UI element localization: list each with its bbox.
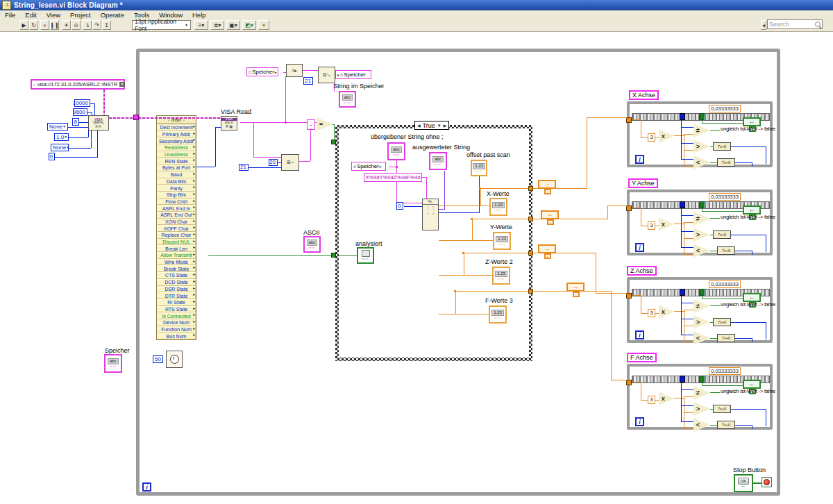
cleanup-diagram-icon[interactable]: ✦: [258, 20, 269, 30]
highlight-execution-icon[interactable]: ☀: [62, 20, 71, 30]
numeric-indicator-z-werte[interactable]: 1.23▭▭: [492, 267, 510, 285]
property-node-row[interactable]: Unaddress: [157, 151, 196, 158]
property-node-row[interactable]: Device Num: [157, 319, 196, 326]
gain-constant[interactable]: 3: [648, 133, 655, 142]
gain-constant[interactable]: 3: [648, 221, 655, 230]
property-node-row[interactable]: Function Num: [157, 326, 196, 333]
property-node-row[interactable]: Parity: [157, 185, 196, 192]
multiply-node[interactable]: x: [659, 305, 674, 319]
baud-constant[interactable]: 9600: [73, 108, 87, 116]
iteration-terminal[interactable]: i: [635, 243, 644, 252]
property-node-row[interactable]: Secondary Addr: [157, 137, 196, 144]
font-selector[interactable]: 13pt Application Font ▼: [132, 20, 191, 30]
property-node-row[interactable]: Stop Bits: [157, 192, 196, 199]
global-variable-speicher-case[interactable]: ⌂ Speicher ▸: [351, 162, 386, 171]
abort-button-icon[interactable]: ●: [40, 20, 49, 30]
axis-loop-y[interactable]: 0,03333333←▪3x≠><7x+07x+0ungleich Ist-We…: [627, 190, 773, 255]
interval-constant[interactable]: 0,03333333: [709, 280, 741, 288]
feedback-node-z[interactable]: →: [538, 244, 556, 253]
reorder-objects-icon[interactable]: ◩▾: [242, 20, 256, 30]
axis-label-f[interactable]: F Achse: [627, 353, 657, 362]
property-node-row[interactable]: Dest Increment: [157, 124, 196, 131]
string-indicator-string-im-speicher[interactable]: abc ▭▭: [339, 91, 356, 108]
not-equal-node[interactable]: ≠: [693, 299, 710, 313]
search-spin-icon[interactable]: ◂: [761, 20, 766, 30]
axis-label-y[interactable]: Y Achse: [628, 178, 658, 188]
property-node-row[interactable]: Primary Addr: [157, 131, 196, 138]
iteration-terminal[interactable]: i: [635, 417, 644, 426]
chevron-down-icon[interactable]: ▼: [119, 82, 126, 87]
parity-ring[interactable]: None▼: [51, 144, 69, 151]
empty-string-constant[interactable]: ⌐: [307, 119, 315, 130]
property-node-row[interactable]: RI State: [157, 299, 196, 306]
property-node[interactable]: ∘ Instr ∘ Dest IncrementPrimary AddrSeco…: [156, 115, 196, 340]
not-equal-node[interactable]: ≠: [693, 124, 710, 137]
search-input[interactable]: Search: [767, 19, 823, 29]
property-node-row[interactable]: RTS State: [157, 306, 196, 313]
property-node-row[interactable]: Is Connected: [157, 312, 196, 319]
property-node-row[interactable]: Bytes at Port: [157, 165, 196, 171]
step-into-icon[interactable]: ↴: [83, 20, 92, 30]
pause-button-icon[interactable]: ❙❙: [50, 20, 59, 30]
greater-node[interactable]: >: [693, 228, 710, 242]
flow-control-ring[interactable]: None▼: [47, 123, 68, 131]
property-node-row[interactable]: Bus Num: [157, 333, 196, 339]
iteration-terminal[interactable]: i: [635, 155, 644, 164]
concatenate-strings-node[interactable]: ≡▸: [286, 64, 303, 77]
gain-constant[interactable]: 3: [648, 309, 655, 317]
axis-label-x[interactable]: X Achse: [629, 90, 659, 100]
property-node-row[interactable]: REN State: [157, 158, 196, 165]
greater-node[interactable]: >: [693, 140, 710, 153]
property-node-row[interactable]: CTS State: [157, 272, 196, 279]
property-node-row[interactable]: Flow Cntrl: [157, 199, 196, 205]
case-selector[interactable]: ◀ True ▼ ▶: [414, 121, 449, 130]
data-bits-constant[interactable]: 8: [72, 118, 79, 126]
greater-node[interactable]: >: [693, 402, 710, 416]
fx-subvi-node[interactable]: 7x+0: [717, 421, 735, 429]
case-next-arrow-icon[interactable]: ▶: [444, 123, 447, 128]
not-equal-node[interactable]: ≠: [693, 386, 710, 400]
numeric-indicator-x-werte[interactable]: 1.23▭▭: [489, 198, 507, 216]
fx-subvi-node[interactable]: 7x+0: [713, 405, 731, 413]
property-node-row[interactable]: Break State: [157, 265, 196, 272]
property-node-row[interactable]: XOFF Char: [157, 225, 196, 232]
menu-operate[interactable]: Operate: [96, 11, 129, 19]
interval-constant[interactable]: 0,03333333: [709, 367, 741, 375]
property-node-row[interactable]: Allow Transmit: [157, 252, 196, 259]
string-global-speicher-definition[interactable]: abc▭▭: [104, 354, 122, 373]
feedback-node-y[interactable]: →: [541, 210, 559, 219]
property-node-row[interactable]: ASRL End Out: [157, 212, 196, 219]
fx-subvi-node[interactable]: 7x+0: [713, 142, 731, 151]
loop-condition-terminal[interactable]: [762, 477, 772, 487]
wait-ms-constant[interactable]: 50: [153, 355, 163, 363]
stop-bits-ring[interactable]: 1.0▼: [54, 133, 69, 141]
property-node-row[interactable]: Break Len: [157, 245, 196, 252]
resize-objects-icon[interactable]: ▣▾: [226, 20, 240, 30]
fx-subvi-node[interactable]: 7x+0: [717, 158, 735, 167]
zero-constant[interactable]: 0: [49, 153, 55, 160]
property-node-row[interactable]: Replace Char: [157, 232, 196, 239]
step-out-icon[interactable]: ↥: [102, 20, 111, 30]
case-prev-arrow-icon[interactable]: ◀: [417, 123, 421, 128]
numeric-indicator-y-werte[interactable]: 1.23▭▭: [493, 232, 511, 250]
visa-read-node[interactable]: VISA abc⟲ R ▦: [221, 116, 237, 131]
run-continuously-icon[interactable]: ↻: [29, 20, 38, 30]
string-indicator-ascii[interactable]: abc ▭▭: [303, 236, 321, 253]
menu-view[interactable]: View: [42, 11, 65, 19]
offset-constant[interactable]: 21: [239, 164, 249, 171]
interval-constant[interactable]: 0,03333333: [709, 105, 741, 112]
axis-label-z[interactable]: Z Achse: [627, 266, 657, 276]
length-constant[interactable]: 20: [269, 159, 278, 166]
property-node-row[interactable]: DSR State: [157, 286, 196, 293]
property-node-row[interactable]: Baud: [157, 171, 196, 178]
wait-ms-node[interactable]: [166, 351, 183, 368]
multiply-node[interactable]: x: [659, 392, 674, 405]
align-objects-icon[interactable]: ≡▾: [194, 20, 208, 30]
global-variable-speicher-read[interactable]: ⌂ Speicher ▸: [246, 67, 278, 76]
visa-configure-serial-port-node[interactable]: VISA SERIAL ▤▤: [88, 115, 109, 131]
property-node-row[interactable]: ASRL End In: [157, 205, 196, 212]
menu-edit[interactable]: Edit: [20, 11, 41, 19]
property-node-row[interactable]: Discard NUL: [157, 239, 196, 246]
property-node-row[interactable]: XON Char: [157, 219, 196, 226]
step-over-icon[interactable]: ↷: [92, 20, 101, 30]
